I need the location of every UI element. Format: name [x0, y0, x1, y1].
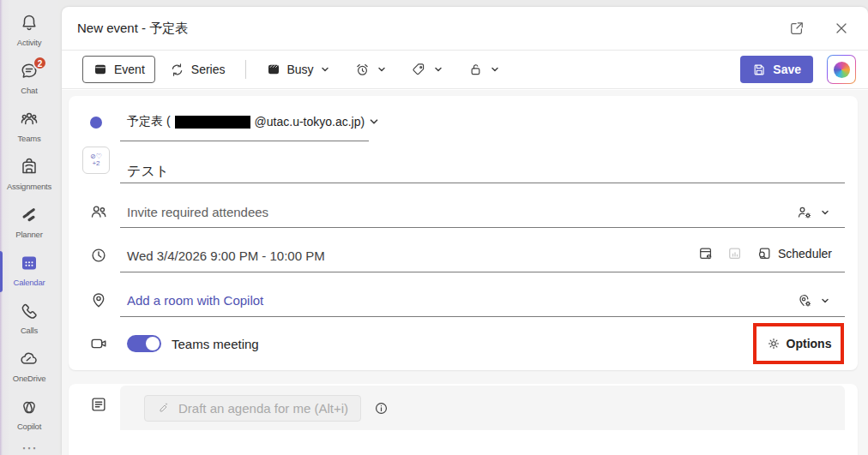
toggle-knob [146, 337, 160, 350]
close-icon[interactable] [830, 17, 853, 39]
draft-agenda-button[interactable]: Draft an agenda for me (Alt+i) [144, 395, 361, 422]
clock-icon [89, 246, 108, 265]
info-icon[interactable] [373, 400, 389, 416]
description-editor[interactable]: Draft an agenda for me (Alt+i) [120, 386, 845, 430]
sidebar-label: Chat [0, 86, 58, 95]
description-card: Draft an agenda for me (Alt+i) [69, 384, 858, 455]
sidebar-item-onedrive[interactable]: OneDrive [0, 347, 58, 392]
calendar-icon [19, 253, 39, 273]
field-underline [120, 141, 369, 141]
field-underline [120, 272, 845, 272]
person-gear-icon [796, 204, 813, 221]
event-title-input[interactable]: テスト [127, 163, 169, 181]
sidebar-item-chat[interactable]: 2 Chat [0, 59, 58, 104]
field-underline [120, 227, 845, 228]
sidebar-item-planner[interactable]: Planner [0, 203, 58, 248]
chat-unread-badge: 2 [33, 56, 47, 70]
camera-icon [89, 334, 108, 353]
app-rail: Activity 2 Chat Teams Assignments [0, 0, 58, 455]
field-underline [120, 183, 845, 183]
notes-icon [89, 395, 108, 414]
calendar-chart-icon-disabled [726, 245, 744, 262]
reminder-dropdown[interactable] [344, 56, 397, 83]
sidebar-item-activity[interactable]: Activity [0, 11, 58, 56]
toolbar-divider [245, 60, 246, 79]
attendees-input[interactable]: Invite required attendees [127, 205, 268, 219]
repeat-icon [169, 62, 185, 78]
tag-icon [411, 62, 427, 78]
chevron-down-icon [490, 64, 500, 75]
show-as-busy-dropdown[interactable]: Busy [256, 56, 341, 83]
options-button[interactable]: Options [787, 337, 832, 350]
sidebar-label: Copilot [0, 422, 58, 431]
sidebar-label: Calendar [0, 278, 58, 287]
teams-app-window: Activity 2 Chat Teams Assignments [0, 0, 868, 455]
category-dropdown[interactable] [401, 56, 454, 83]
sidebar-item-copilot[interactable]: Copilot [0, 395, 58, 440]
chat-icon: 2 [19, 61, 39, 81]
teams-meeting-toggle[interactable] [127, 335, 161, 352]
open-in-new-window-icon[interactable] [786, 17, 808, 39]
phone-icon [19, 301, 39, 321]
sidebar-item-calls[interactable]: Calls [0, 299, 58, 344]
new-event-dialog: New event - 予定表 Event Series [62, 7, 868, 455]
redacted-email [175, 116, 250, 129]
emoji-picker-button[interactable]: ⊘♡ +2 [82, 147, 110, 174]
people-icon [89, 202, 108, 221]
field-underline [120, 316, 845, 317]
sidebar-label: Calls [0, 326, 58, 335]
backpack-icon [19, 157, 39, 177]
highlight-box-annotation: Options [753, 323, 844, 364]
attendee-options-dropdown[interactable] [796, 204, 830, 221]
scheduler-button[interactable]: Scheduler [756, 245, 832, 262]
sidebar-item-teams[interactable]: Teams [0, 107, 58, 152]
calendar-person-icon[interactable] [697, 245, 714, 262]
save-button[interactable]: Save [740, 56, 813, 83]
pen-sparkle-icon [157, 401, 171, 415]
lock-open-icon [467, 62, 484, 78]
event-icon [93, 62, 108, 77]
location-options-dropdown[interactable] [796, 292, 830, 309]
add-room-copilot-link[interactable]: Add a room with Copilot [127, 293, 263, 308]
bell-icon [19, 13, 39, 33]
event-details-card: 予定表 (@utac.u-tokyo.ac.jp) ⊘♡ +2 テスト Invi… [69, 96, 858, 370]
series-tab-button[interactable]: Series [159, 56, 236, 83]
calendar-picker-dropdown[interactable]: 予定表 (@utac.u-tokyo.ac.jp) [127, 114, 380, 129]
teams-people-icon [19, 109, 39, 129]
sidebar-item-calendar[interactable]: Calendar [0, 251, 58, 296]
cloud-icon [19, 349, 39, 369]
chevron-down-icon [433, 64, 443, 75]
chevron-down-icon [377, 64, 387, 75]
busy-icon [266, 62, 281, 77]
more-apps-icon[interactable]: ⋯ [0, 439, 58, 455]
location-pin-icon [89, 290, 108, 309]
event-toolbar: Event Series Busy [62, 51, 868, 89]
sidebar-label: OneDrive [0, 374, 58, 383]
sidebar-label: Assignments [0, 182, 58, 191]
copilot-icon [19, 397, 39, 417]
alarm-icon [354, 62, 371, 78]
chevron-down-icon [820, 207, 830, 218]
chevron-down-icon [368, 116, 380, 128]
pin-gear-icon [796, 292, 813, 309]
dialog-header: New event - 予定表 [62, 7, 868, 51]
event-tab-button[interactable]: Event [82, 56, 155, 83]
chevron-down-icon [320, 64, 330, 75]
copilot-logo-icon [834, 62, 850, 78]
teams-meeting-label: Teams meeting [172, 337, 259, 351]
copilot-button[interactable] [827, 55, 856, 84]
sidebar-item-assignments[interactable]: Assignments [0, 155, 58, 200]
scheduler-icon [756, 245, 773, 262]
sidebar-label: Activity [0, 38, 58, 47]
event-form: 予定表 (@utac.u-tokyo.ac.jp) ⊘♡ +2 テスト Invi… [62, 90, 868, 455]
chevron-down-icon [820, 296, 830, 306]
sidebar-label: Planner [0, 230, 58, 239]
calendar-color-dot [90, 117, 102, 129]
gear-icon [766, 336, 781, 351]
privacy-dropdown[interactable] [457, 56, 510, 83]
dialog-title: New event - 予定表 [77, 21, 188, 37]
datetime-input[interactable]: Wed 3/4/2026 9:00 PM - 10:00 PM [127, 248, 325, 263]
save-icon [752, 63, 767, 77]
sidebar-label: Teams [0, 134, 58, 143]
planner-icon [19, 205, 39, 225]
